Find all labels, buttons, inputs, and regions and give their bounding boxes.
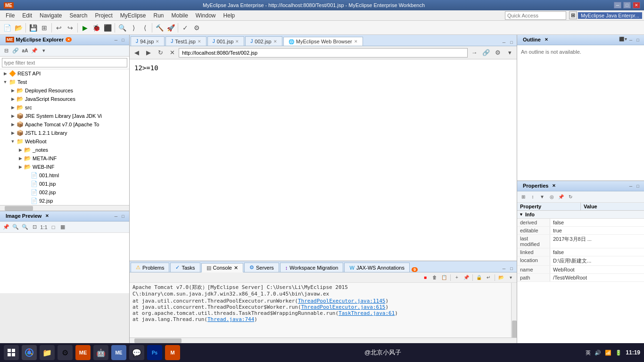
editor-minimize[interactable]: ─ [501, 39, 507, 46]
tree-item-92-jsp[interactable]: ▶ 📄 92.jsp [0, 197, 129, 205]
img-1to1[interactable]: 1:1 [40, 223, 48, 231]
menu-myeclipse[interactable]: MyEclipse [116, 11, 150, 20]
taskbar-me2[interactable]: M [165, 345, 180, 360]
prop-columns-btn[interactable]: ⊞ [519, 193, 528, 201]
console-link-3[interactable]: TaskThread.java:61 [339, 310, 395, 316]
outline-minimize[interactable]: ─ [627, 37, 634, 43]
bottom-maximize[interactable]: □ [508, 265, 515, 272]
run-button[interactable]: ▶ [80, 23, 90, 33]
open-button[interactable]: 📂 [13, 23, 24, 33]
img-border[interactable]: □ [49, 223, 58, 231]
refresh-button[interactable]: ↻ [155, 48, 165, 58]
tab-001jsp[interactable]: J 001.jsp ✕ [207, 36, 244, 46]
taskbar-windows[interactable] [4, 345, 19, 360]
img-bg[interactable]: ▦ [58, 223, 67, 231]
taskbar-me1[interactable]: ME [75, 345, 91, 360]
maximize-button[interactable]: □ [623, 2, 631, 8]
outline-maximize[interactable]: □ [635, 37, 641, 43]
tree-item-001-html[interactable]: ▶ 📄 001.html [0, 171, 129, 180]
explorer-minimize[interactable]: ─ [113, 37, 119, 43]
stop-nav-button[interactable]: ✕ [167, 48, 177, 58]
console-clear[interactable]: 🗑 [430, 274, 439, 281]
prop-sort-btn[interactable]: ↕ [528, 193, 537, 201]
console-vscroll-thumb[interactable] [512, 321, 517, 337]
tree-item-web-inf[interactable]: ▶ 📂 WEB-INF [0, 163, 129, 171]
perspective-button[interactable]: ⊞ [569, 11, 577, 19]
tree-item-rest-api[interactable]: ▶ 🔶 REST API [0, 69, 129, 78]
tab-browser-close[interactable]: ✕ [354, 39, 358, 44]
tab-browser[interactable]: 🌐 MyEclipse Web Browser ✕ [283, 37, 363, 46]
minimize-button[interactable]: ─ [614, 2, 621, 8]
properties-maximize[interactable]: □ [635, 183, 641, 189]
taskbar-wechat[interactable]: 💬 [129, 345, 144, 360]
editor-maximize[interactable]: □ [508, 39, 515, 46]
prop-refresh-btn[interactable]: ↻ [566, 193, 575, 201]
tree-item-jstl[interactable]: ▶ 📦 JSTL 1.2.1 Library [0, 129, 129, 137]
console-open[interactable]: 📂 [497, 274, 505, 281]
hscroll-thumb[interactable] [5, 206, 33, 211]
bottom-tab-problems[interactable]: ⚠ Problems [131, 263, 169, 272]
menu-window[interactable]: Window [192, 11, 220, 20]
taskbar-ps[interactable]: Ps [147, 345, 162, 360]
console-hscrollbar[interactable] [130, 337, 517, 343]
tab-94jsp-close[interactable]: ✕ [156, 39, 159, 44]
quick-access-input[interactable] [505, 11, 566, 20]
menu-run[interactable]: Run [149, 11, 167, 20]
bottom-tab-console[interactable]: ▤ Console ✕ [201, 263, 243, 272]
open-external[interactable]: 🔗 [481, 48, 491, 58]
new-button[interactable]: 📄 [2, 23, 12, 33]
redo-button[interactable]: ↪ [65, 23, 75, 33]
prop-pin-btn[interactable]: 📌 [557, 193, 565, 201]
close-button[interactable]: ✕ [633, 2, 640, 8]
console-scroll-lock[interactable]: 🔒 [475, 274, 483, 281]
tree-item-js-resources[interactable]: ▶ 📂 JavaScript Resources [0, 95, 129, 103]
console-pin[interactable]: 📌 [462, 274, 471, 281]
console-vscrollbar[interactable] [511, 283, 517, 337]
taskbar-myeclipse[interactable]: ME [111, 345, 126, 360]
link-with-editor[interactable]: 🔗 [11, 47, 20, 55]
browser-settings[interactable]: ⚙ [493, 48, 503, 58]
bottom-tab-jaxws[interactable]: W JAX-WS Annotations [344, 263, 410, 272]
save-all-button[interactable]: ⊞ [39, 23, 50, 33]
search-button[interactable]: 🔍 [117, 23, 127, 33]
stop-button[interactable]: ⬛ [102, 23, 113, 33]
image-preview-minimize[interactable]: ─ [113, 213, 119, 220]
bottom-tab-migration[interactable]: ↕ Workspace Migration [280, 263, 344, 272]
forward-button[interactable]: ▶ [143, 48, 154, 58]
back-button[interactable]: ◀ [132, 48, 142, 58]
img-fit[interactable]: ⊡ [30, 223, 39, 231]
tree-item-deployed[interactable]: ▶ 📂 Deployed Resources [0, 86, 129, 95]
validate-button[interactable]: ✓ [180, 23, 190, 33]
aa-button[interactable]: aA [21, 47, 29, 55]
go-button[interactable]: → [469, 48, 479, 58]
img-zoom-in[interactable]: 🔍 [11, 223, 20, 231]
tab-001jsp-close[interactable]: ✕ [235, 39, 239, 44]
tree-item-notes[interactable]: ▶ 📂 _notes [0, 146, 129, 154]
tree-item-jre[interactable]: ▶ 📦 JRE System Library [Java JDK Vi [0, 112, 129, 120]
properties-minimize[interactable]: ─ [627, 183, 634, 189]
tree-item-webroot[interactable]: ▼ 📁 WebRoot [0, 137, 129, 146]
taskbar-chrome[interactable] [22, 345, 37, 360]
console-new[interactable]: + [453, 274, 461, 281]
outline-collapse-icon[interactable]: ▾ [625, 37, 627, 43]
prop-filter-btn[interactable]: ▼ [538, 193, 546, 201]
tab-test1jsp-close[interactable]: ✕ [198, 39, 201, 44]
debug-button[interactable]: 🐞 [91, 23, 101, 33]
undo-button[interactable]: ↩ [54, 23, 64, 33]
prev-button[interactable]: ⟨ [140, 23, 150, 33]
view-menu[interactable]: ▾ [40, 47, 48, 55]
console-link-1[interactable]: ThreadPoolExecutor.java:1145 [298, 298, 385, 304]
taskbar-files[interactable]: 📁 [40, 345, 55, 360]
console-hscroll-thumb[interactable] [134, 338, 182, 343]
outline-expand-icon[interactable]: ⬛ [619, 37, 624, 43]
bottom-tab-tasks[interactable]: ✓ Tasks [170, 263, 200, 272]
tree-item-tomcat[interactable]: ▶ 📦 Apache Tomcat v7.0 [Apache To [0, 120, 129, 129]
tree-item-002-jsp[interactable]: ▶ 📄 002.jsp [0, 188, 129, 197]
pin-button[interactable]: 📌 [30, 47, 39, 55]
taskbar-android[interactable]: 🤖 [93, 345, 108, 360]
menu-navigate[interactable]: Navigate [36, 11, 66, 20]
console-copy[interactable]: 📋 [440, 274, 448, 281]
properties-close-icon[interactable]: ✕ [552, 183, 556, 188]
tab-94jsp[interactable]: J 94.jsp ✕ [131, 36, 165, 46]
menu-project[interactable]: Project [91, 11, 116, 20]
